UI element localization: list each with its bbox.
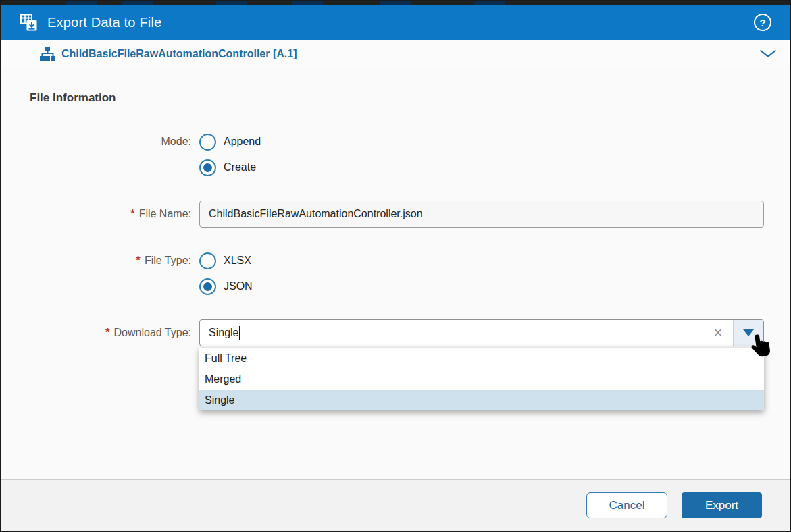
mode-option-append[interactable]: Append	[199, 129, 261, 155]
dialog-footer: Cancel Export	[1, 479, 790, 531]
download-type-input[interactable]: Single	[200, 320, 703, 346]
download-type-combobox: Single × Full Tree Merged Single	[199, 319, 764, 346]
dialog-header: Export Data to File ?	[1, 5, 790, 40]
caret-down-icon	[743, 329, 754, 336]
mode-option-create[interactable]: Create	[199, 155, 256, 180]
dialog-title: Export Data to File	[47, 15, 161, 30]
dialog-body: File Information * Mode: Append Create	[1, 69, 790, 479]
text-cursor	[239, 326, 240, 340]
option-full-tree[interactable]: Full Tree	[199, 348, 764, 369]
help-icon[interactable]: ?	[754, 14, 771, 31]
download-type-field: * Download Type: Single ×	[1, 319, 790, 346]
export-form: * Mode: Append Create *	[1, 129, 790, 346]
required-marker: *	[130, 207, 135, 221]
clear-icon[interactable]: ×	[703, 320, 733, 346]
radio-create-label[interactable]: Create	[224, 161, 256, 174]
file-type-label: * File Type:	[1, 248, 191, 273]
radio-json[interactable]	[199, 278, 216, 295]
required-marker: *	[105, 326, 110, 340]
section-title: File Information	[30, 91, 790, 105]
radio-xlsx-label[interactable]: XLSX	[224, 255, 251, 267]
export-data-dialog: Export Data to File ? ChildBasicFileRawA…	[0, 0, 791, 532]
file-type-field: * File Type: XLSX JSON	[1, 248, 790, 299]
export-button[interactable]: Export	[682, 492, 762, 518]
dropdown-toggle-button[interactable]	[733, 320, 763, 346]
radio-create[interactable]	[199, 159, 216, 176]
download-type-dropdown: Full Tree Merged Single	[199, 348, 764, 410]
mode-field: * Mode: Append Create	[1, 129, 790, 180]
hierarchy-icon	[40, 47, 55, 61]
file-type-option-xlsx[interactable]: XLSX	[199, 248, 251, 273]
cancel-button[interactable]: Cancel	[586, 492, 667, 518]
radio-json-label[interactable]: JSON	[224, 280, 253, 292]
option-merged[interactable]: Merged	[199, 369, 764, 390]
file-name-input[interactable]	[199, 201, 764, 228]
file-type-option-json[interactable]: JSON	[199, 273, 253, 299]
file-name-field: * File Name:	[1, 201, 790, 228]
file-name-label: * File Name:	[1, 201, 191, 228]
mode-label: * Mode:	[1, 129, 191, 155]
radio-append-label[interactable]: Append	[224, 136, 261, 148]
radio-append[interactable]	[199, 134, 216, 151]
object-selector[interactable]: ChildBasicFileRawAutomationController [A…	[1, 40, 790, 68]
export-table-icon	[20, 13, 39, 32]
selected-object-name: ChildBasicFileRawAutomationController [A…	[61, 48, 297, 60]
required-marker: *	[136, 254, 141, 267]
download-type-label: * Download Type:	[1, 319, 191, 346]
option-single[interactable]: Single	[199, 390, 764, 410]
radio-xlsx[interactable]	[199, 252, 216, 269]
chevron-down-icon[interactable]	[759, 49, 777, 58]
